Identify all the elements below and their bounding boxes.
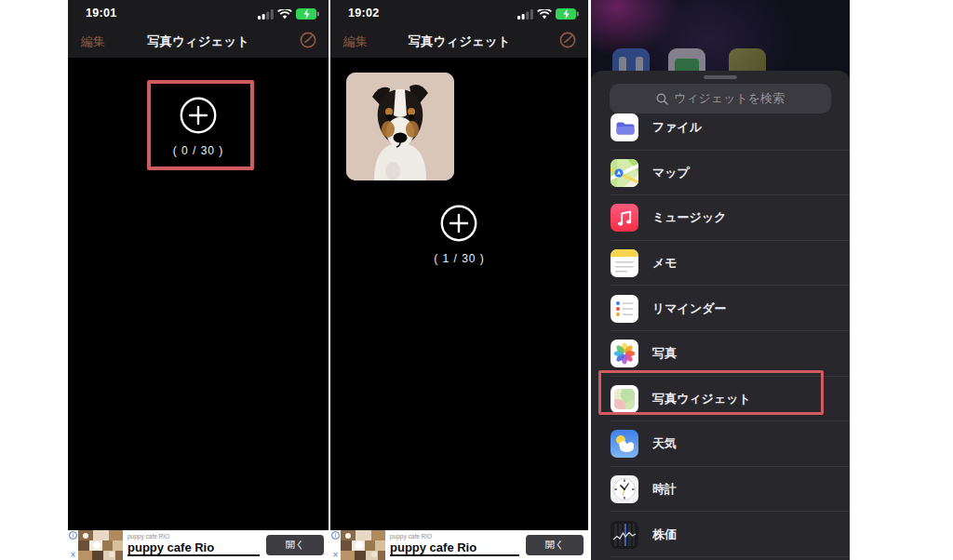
nav-title: 写真ウィジェット	[330, 33, 588, 50]
widget-name: ファイル	[652, 119, 702, 136]
notes-icon	[611, 249, 638, 277]
timer-button[interactable]	[558, 31, 577, 49]
plus-circle-icon	[438, 203, 479, 244]
widget-name: リマインダー	[652, 300, 727, 317]
timer-button[interactable]	[299, 31, 317, 49]
reminders-icon	[611, 295, 638, 323]
cellular-icon	[517, 9, 533, 20]
clock-icon	[611, 475, 638, 503]
dog-photo	[346, 73, 454, 180]
ad-open-button[interactable]: 開く	[266, 535, 324, 555]
stocks-icon	[611, 521, 638, 549]
widget-list-item-weather[interactable]: 天気	[591, 421, 850, 467]
highlight-box-photo-widget-row	[598, 370, 824, 415]
battery-charging-icon	[296, 8, 319, 20]
photo-counter: ( 1 / 30 )	[330, 252, 588, 265]
nav-title: 写真ウィジェット	[68, 33, 329, 50]
search-input[interactable]: ウィジェットを検索	[610, 84, 831, 113]
widget-name: マップ	[652, 165, 690, 181]
widget-name: メモ	[652, 255, 678, 272]
widget-list-item-maps[interactable]: マップ	[591, 151, 850, 196]
timer-icon	[558, 31, 577, 49]
ad-underline	[128, 554, 260, 556]
status-time: 19:02	[348, 7, 379, 20]
weather-icon	[611, 430, 638, 458]
ad-close-icon[interactable]: ×	[330, 550, 341, 560]
widget-name: 天気	[652, 435, 677, 452]
widget-name: 株価	[652, 527, 677, 543]
add-photo-button[interactable]	[438, 203, 479, 244]
status-icons	[258, 8, 319, 20]
ad-advertiser: puppy cafe RIO	[390, 533, 432, 540]
composite-canvas: 19:01 編集 写真ウィジェット ( 0 / 30 ) i × puppy c…	[0, 0, 953, 560]
search-icon	[656, 93, 668, 105]
ad-banner: i × puppy cafe RIO puppy cafe Rio 開く	[330, 530, 588, 560]
battery-charging-icon	[556, 8, 579, 20]
widget-list-item-notes[interactable]: メモ	[591, 241, 850, 287]
photo-thumbnail[interactable]	[346, 73, 454, 180]
screenshot-photo-widget-one-photo: 19:02 編集 写真ウィジェット	[330, 0, 588, 560]
wifi-icon	[537, 9, 552, 20]
search-placeholder: ウィジェットを検索	[674, 90, 785, 107]
screenshot-photo-widget-empty: 19:01 編集 写真ウィジェット ( 0 / 30 ) i × puppy c…	[68, 0, 329, 560]
screenshot-widget-picker: ウィジェットを検索 ファイル マップ ミュージック メモ リマインダー 写真 写…	[591, 0, 850, 560]
widget-list-item-stocks[interactable]: 株価	[591, 512, 850, 557]
status-time: 19:01	[86, 7, 116, 20]
photos-icon	[611, 340, 638, 367]
sheet-handle[interactable]	[704, 75, 737, 79]
widget-name: 時計	[652, 481, 677, 498]
ad-close-icon[interactable]: ×	[68, 550, 78, 560]
wifi-icon	[277, 9, 292, 20]
highlight-box-add-button	[147, 80, 254, 170]
ad-underline	[390, 554, 519, 556]
ad-info-icon[interactable]: i	[69, 531, 77, 540]
widget-list: ファイル マップ ミュージック メモ リマインダー 写真 写真ウィジェット 天気…	[591, 113, 850, 560]
widget-list-item-reminders[interactable]: リマインダー	[591, 286, 850, 331]
timer-icon	[299, 31, 317, 49]
ad-thumbnail[interactable]	[78, 530, 123, 560]
ad-title: puppy cafe Rio	[128, 540, 214, 554]
ad-info-icon[interactable]: i	[331, 531, 340, 540]
ad-advertiser: puppy cafe RIO	[128, 533, 169, 540]
ad-open-button[interactable]: 開く	[526, 535, 584, 555]
music-icon	[611, 204, 638, 232]
maps-icon	[611, 159, 638, 187]
widget-name: ミュージック	[652, 209, 727, 226]
status-nav-bar: 19:01 編集 写真ウィジェット	[68, 0, 329, 58]
widget-list-item-clock[interactable]: 時計	[591, 467, 850, 513]
cellular-icon	[258, 9, 274, 20]
status-nav-bar: 19:02 編集 写真ウィジェット	[330, 0, 588, 58]
widget-picker-sheet: ウィジェットを検索 ファイル マップ ミュージック メモ リマインダー 写真 写…	[591, 71, 850, 560]
ad-title: puppy cafe Rio	[390, 540, 476, 554]
ad-thumbnail[interactable]	[341, 530, 385, 560]
files-icon	[611, 113, 638, 141]
ad-banner: i × puppy cafe RIO puppy cafe Rio 開く	[68, 530, 329, 560]
status-icons	[517, 8, 579, 20]
widget-list-item-music[interactable]: ミュージック	[591, 195, 850, 241]
widget-name: 写真	[652, 345, 677, 362]
widget-list-item-files[interactable]: ファイル	[591, 113, 850, 151]
